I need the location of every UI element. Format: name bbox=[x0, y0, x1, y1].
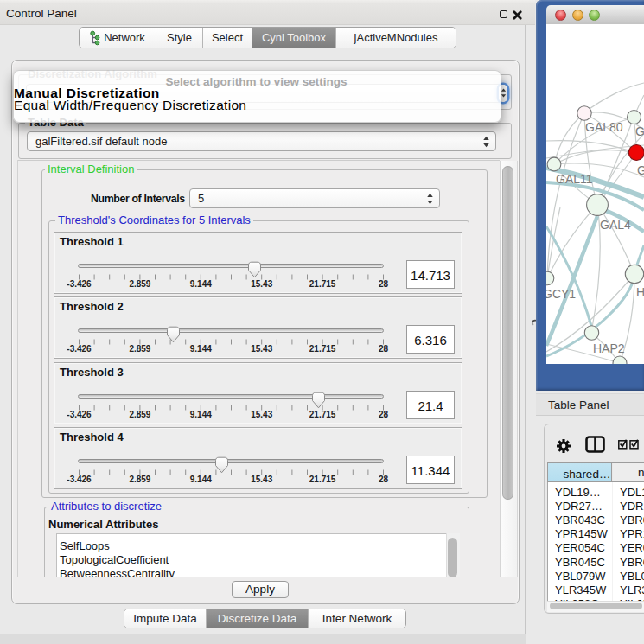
svg-text:GAL80: GAL80 bbox=[585, 120, 623, 134]
svg-text:GAL11: GAL11 bbox=[556, 172, 593, 186]
svg-text:GCY1: GCY1 bbox=[546, 287, 576, 301]
svg-text:GAL4: GAL4 bbox=[600, 218, 631, 232]
svg-text:GA: GA bbox=[635, 124, 644, 138]
svg-text:HA: HA bbox=[636, 285, 644, 299]
svg-text:GA: GA bbox=[637, 163, 644, 177]
svg-text:HAP2: HAP2 bbox=[593, 341, 625, 355]
